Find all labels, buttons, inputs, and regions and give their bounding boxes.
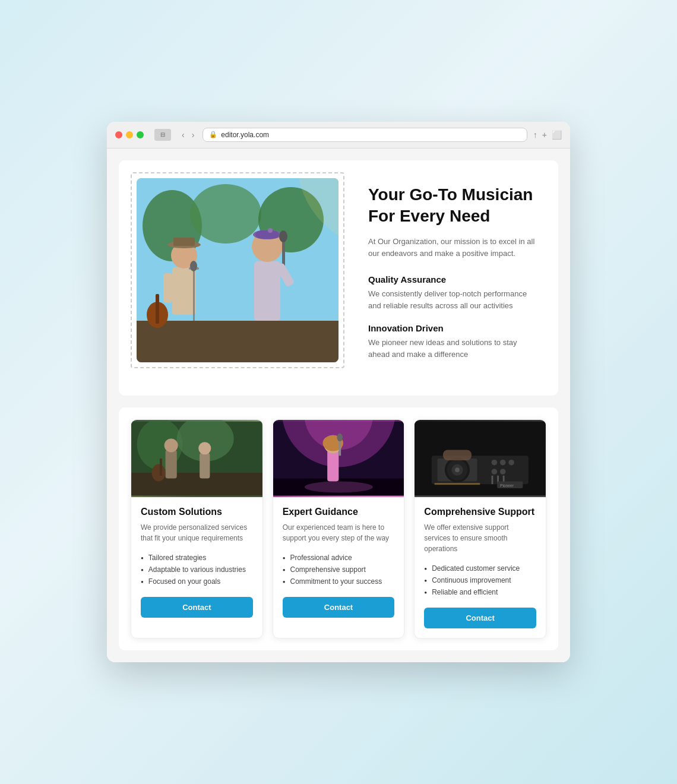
svg-point-21	[279, 230, 287, 242]
svg-point-55	[500, 469, 506, 475]
contact-button-3[interactable]: Contact	[424, 608, 536, 628]
svg-point-53	[509, 460, 515, 466]
cards-section: Custom Solutions We provide personalized…	[119, 407, 558, 650]
add-tab-button[interactable]: +	[542, 130, 547, 140]
card-custom-solutions: Custom Solutions We provide personalized…	[131, 419, 263, 638]
feature-innovation: Innovation Driven We pioneer new ideas a…	[368, 323, 540, 360]
svg-rect-30	[200, 453, 210, 479]
list-item: Dedicated customer service	[424, 562, 536, 574]
svg-point-29	[164, 439, 178, 453]
card-expert-list: Professional advice Comprehensive suppor…	[283, 552, 395, 587]
card-comprehensive-support: Pioneer Comprehensive Support We offer e…	[414, 419, 546, 638]
svg-rect-18	[255, 230, 279, 239]
feature-innovation-title: Innovation Driven	[368, 323, 540, 333]
card-support-desc: We offer extensive support services to e…	[424, 522, 536, 554]
svg-text:Pioneer: Pioneer	[500, 483, 514, 488]
close-button[interactable]	[115, 131, 122, 138]
browser-actions: ↑ + ⬜	[533, 130, 562, 140]
svg-rect-15	[254, 261, 280, 321]
svg-point-54	[492, 469, 498, 475]
svg-point-19	[268, 228, 273, 233]
list-item: Professional advice	[283, 552, 395, 564]
card-image-2	[273, 420, 404, 497]
minimize-button[interactable]	[126, 131, 133, 138]
browser-toolbar: ⊟ ‹ › 🔒 editor.yola.com ↑ + ⬜	[107, 122, 570, 148]
hero-subtitle: At Our Organization, our mission is to e…	[368, 236, 540, 261]
svg-rect-38	[327, 450, 338, 482]
hero-title: Your Go-To Musician For Every Need	[368, 184, 540, 227]
card-custom-desc: We provide personalized services that fi…	[141, 522, 253, 543]
hero-section: Your Go-To Musician For Every Need At Ou…	[119, 160, 558, 396]
svg-point-42	[337, 434, 343, 441]
list-item: Focused on your goals	[141, 576, 253, 587]
card-image-1	[131, 420, 262, 497]
svg-rect-12	[193, 267, 195, 321]
back-button[interactable]: ‹	[179, 129, 187, 141]
more-button[interactable]: ⬜	[552, 130, 562, 140]
contact-button-2[interactable]: Contact	[283, 597, 395, 618]
maximize-button[interactable]	[137, 131, 144, 138]
lock-icon: 🔒	[209, 131, 217, 138]
list-item: Tailored strategies	[141, 552, 253, 564]
browser-content: Your Go-To Musician For Every Need At Ou…	[107, 148, 570, 662]
url-text: editor.yola.com	[221, 131, 269, 139]
svg-rect-62	[435, 483, 480, 485]
svg-point-14	[190, 261, 197, 271]
svg-rect-6	[163, 273, 172, 303]
address-bar[interactable]: 🔒 editor.yola.com	[203, 128, 527, 142]
contact-button-1[interactable]: Contact	[141, 597, 253, 618]
browser-window: ⊟ ‹ › 🔒 editor.yola.com ↑ + ⬜	[107, 122, 570, 662]
card-support-body: Comprehensive Support We offer extensive…	[415, 497, 546, 638]
svg-rect-8	[156, 294, 159, 324]
svg-rect-5	[172, 267, 196, 315]
nav-arrows: ‹ ›	[179, 129, 197, 141]
svg-point-51	[492, 460, 498, 466]
feature-quality: Quality Assurance We consistently delive…	[368, 274, 540, 311]
svg-rect-56	[492, 476, 493, 484]
share-button[interactable]: ↑	[533, 130, 537, 140]
svg-point-2	[190, 184, 261, 244]
svg-point-32	[152, 464, 166, 482]
card-expert-body: Expert Guidance Our experienced team is …	[273, 497, 404, 627]
svg-rect-11	[173, 238, 195, 246]
svg-rect-59	[443, 450, 472, 460]
hero-image	[137, 178, 338, 362]
feature-quality-desc: We consistently deliver top-notch perfor…	[368, 288, 540, 311]
list-item: Adaptable to various industries	[141, 564, 253, 576]
svg-rect-28	[166, 450, 177, 479]
card-custom-list: Tailored strategies Adaptable to various…	[141, 552, 253, 587]
card-image-3: Pioneer	[415, 420, 546, 497]
hero-image-container	[131, 172, 344, 368]
cards-grid: Custom Solutions We provide personalized…	[131, 419, 546, 638]
card-support-list: Dedicated customer service Continuous im…	[424, 562, 536, 598]
svg-rect-4	[137, 321, 338, 362]
list-item: Reliable and efficient	[424, 586, 536, 598]
svg-point-50	[455, 468, 460, 473]
card-support-title: Comprehensive Support	[424, 507, 536, 517]
hero-right: Your Go-To Musician For Every Need At Ou…	[362, 172, 546, 384]
list-item: Commitment to your success	[283, 576, 395, 587]
feature-innovation-desc: We pioneer new ideas and solutions to st…	[368, 337, 540, 360]
card-expert-guidance: Expert Guidance Our experienced team is …	[273, 419, 405, 638]
dashed-border	[131, 172, 344, 368]
forward-button[interactable]: ›	[189, 129, 197, 141]
traffic-lights	[115, 131, 144, 138]
feature-quality-title: Quality Assurance	[368, 274, 540, 284]
list-item: Continuous improvement	[424, 574, 536, 586]
svg-point-31	[198, 442, 211, 454]
svg-point-43	[304, 482, 372, 493]
card-expert-desc: Our experienced team is here to support …	[283, 522, 395, 543]
card-expert-title: Expert Guidance	[283, 507, 395, 517]
svg-rect-33	[160, 459, 162, 476]
card-custom-body: Custom Solutions We provide personalized…	[131, 497, 262, 627]
list-item: Comprehensive support	[283, 564, 395, 576]
svg-rect-27	[131, 473, 262, 495]
tab-icon: ⊟	[154, 129, 171, 141]
svg-point-52	[500, 460, 506, 466]
card-custom-title: Custom Solutions	[141, 507, 253, 517]
